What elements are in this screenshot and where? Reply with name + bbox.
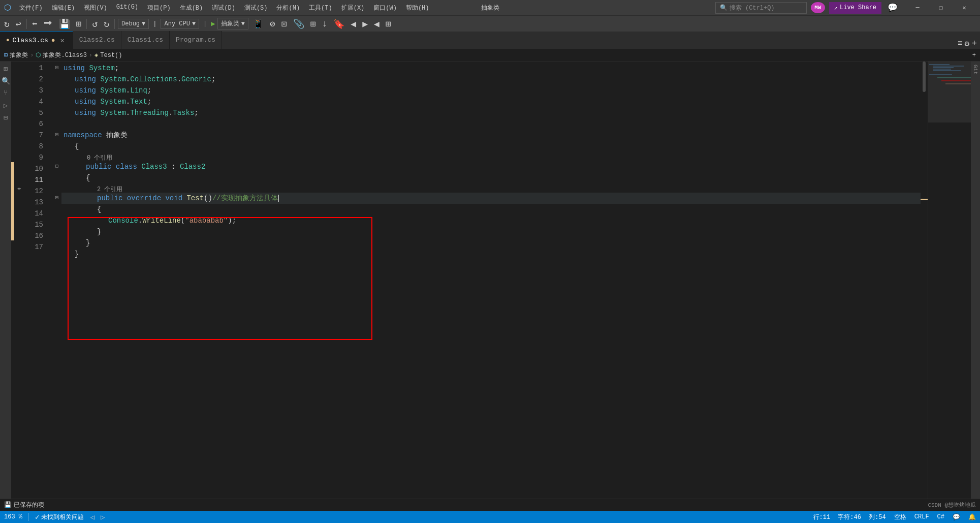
- notification-bar: 💾 已保存的项 CSDN @想吃烤地瓜: [0, 499, 980, 511]
- scroll-indicator: [921, 199, 928, 200]
- toolbar-dots[interactable]: ⊞: [384, 17, 393, 30]
- toolbar-device[interactable]: 📱: [250, 17, 266, 30]
- tab-settings-button[interactable]: ⚙: [965, 39, 970, 49]
- account-button[interactable]: MW: [811, 2, 825, 13]
- status-arrow[interactable]: ◁: [90, 513, 94, 521]
- menu-test[interactable]: 测试(S): [240, 2, 272, 14]
- toolbar-more6[interactable]: ▶: [360, 17, 370, 30]
- code-editor[interactable]: using System; using System.Collections.G…: [61, 61, 921, 499]
- global-search[interactable]: 🔍 搜索 (Ctrl+Q): [715, 2, 807, 14]
- zoom-text: 163 %: [4, 513, 22, 520]
- tab-class1[interactable]: Class1.cs: [121, 31, 170, 49]
- run-button[interactable]: ▶: [211, 19, 215, 28]
- toolbar-bookmark[interactable]: 🔖: [331, 17, 346, 30]
- toolbar-more2[interactable]: ⊡: [279, 17, 289, 30]
- ref-hint-9: 0 个引用: [61, 152, 921, 161]
- platform-dropdown[interactable]: Any CPU ▼: [161, 19, 199, 29]
- menu-view[interactable]: 视图(V): [80, 2, 111, 14]
- activity-debug[interactable]: ▷: [1, 100, 11, 110]
- toolbar-attach[interactable]: 📎: [291, 17, 306, 30]
- search-icon: 🔍: [720, 4, 728, 12]
- toolbar-refresh[interactable]: ↻: [2, 17, 12, 30]
- debug-mode-dropdown[interactable]: Debug ▼: [118, 19, 149, 29]
- save-status: 已保存的项: [14, 501, 44, 509]
- menu-tools[interactable]: 工具(T): [305, 2, 336, 14]
- edit-11-hint: [14, 173, 24, 182]
- no-problems[interactable]: ✓ 未找到相关问题: [35, 513, 84, 521]
- tab-program[interactable]: Program.cs: [170, 31, 222, 49]
- toolbar-more4[interactable]: ↓: [320, 18, 329, 30]
- fold-9-hint: [52, 151, 61, 160]
- edit-11[interactable]: ✏: [14, 182, 24, 194]
- tab-class2[interactable]: Class2.cs: [73, 31, 121, 49]
- bell[interactable]: 🔔: [968, 513, 976, 521]
- menu-git[interactable]: Git(G): [112, 2, 142, 14]
- breadcrumb-class[interactable]: 抽象类.Class3: [43, 51, 86, 59]
- language[interactable]: C#: [937, 513, 944, 521]
- menu-help[interactable]: 帮助(H): [402, 2, 433, 14]
- breadcrumb-method[interactable]: Test(): [100, 52, 122, 59]
- ln-9: 9: [24, 152, 47, 163]
- menu-project[interactable]: 项目(P): [143, 2, 175, 14]
- breadcrumb-expand[interactable]: +: [972, 52, 976, 59]
- minimize-button[interactable]: —: [906, 0, 929, 15]
- fold-11[interactable]: ⊟: [52, 192, 61, 203]
- window-controls: — ❐ ✕: [906, 0, 976, 15]
- tab-class3[interactable]: ● Class3.cs ● ✕: [0, 31, 73, 49]
- git-icon[interactable]: Git: [971, 63, 979, 77]
- tab-class3-close[interactable]: ✕: [58, 36, 67, 44]
- menu-file[interactable]: 文件(F): [15, 2, 47, 14]
- fold-16: [52, 248, 61, 259]
- tab-add-button[interactable]: +: [971, 39, 977, 49]
- line-text: 行:11: [813, 513, 831, 521]
- scrollbar[interactable]: [921, 61, 928, 499]
- menu-extensions[interactable]: 扩展(X): [337, 2, 369, 14]
- activity-explorer[interactable]: ⊞: [1, 64, 11, 74]
- tab-bar-actions: ≡ ⚙ +: [955, 39, 980, 49]
- menu-window[interactable]: 窗口(W): [369, 2, 401, 14]
- ln-10: 10: [24, 163, 47, 174]
- chat-icon[interactable]: 💬: [888, 3, 898, 13]
- toolbar-save-all[interactable]: ⊞: [74, 17, 84, 30]
- encoding[interactable]: CRLF: [914, 513, 929, 521]
- zoom-level[interactable]: 163 %: [4, 513, 22, 520]
- tab-class3-icon: ●: [6, 37, 10, 43]
- fold-9[interactable]: ⊟: [52, 160, 61, 171]
- menu-build[interactable]: 生成(B): [176, 2, 207, 14]
- fold-3: [52, 84, 61, 95]
- live-share-button[interactable]: ↗ Live Share: [829, 2, 881, 14]
- menu-edit[interactable]: 编辑(E): [48, 2, 79, 14]
- toolbar-more7[interactable]: ◀: [372, 17, 382, 30]
- edit-gutter: ✏: [14, 61, 24, 499]
- status-arrow2[interactable]: ▷: [101, 513, 105, 521]
- toolbar-save[interactable]: 💾: [57, 17, 72, 30]
- activity-search[interactable]: 🔍: [1, 76, 11, 86]
- ns-system-2: System: [100, 74, 125, 85]
- fold-4: [52, 95, 61, 106]
- toolbar-more3[interactable]: ⊞: [308, 17, 318, 30]
- fold-7[interactable]: ⊟: [52, 129, 61, 140]
- toolbar-more5[interactable]: ◀: [349, 17, 358, 30]
- toolbar-undo2[interactable]: ↺: [90, 17, 100, 30]
- tab-overflow-button[interactable]: ≡: [958, 39, 963, 48]
- toolbar-fwd[interactable]: ⮕: [42, 17, 55, 30]
- activity-git[interactable]: ⑂: [1, 88, 11, 98]
- spaces[interactable]: 空格: [894, 513, 906, 521]
- activity-extensions[interactable]: ⊟: [1, 112, 11, 122]
- toolbar-back[interactable]: ⬅: [30, 17, 40, 30]
- toolbar-more1[interactable]: ⊘: [268, 17, 277, 30]
- close-button[interactable]: ✕: [953, 0, 976, 15]
- line-info[interactable]: 行:11 字符:46 列:54: [813, 513, 886, 521]
- fold-1[interactable]: ⊟: [52, 61, 61, 73]
- toolbar-undo[interactable]: ↩: [14, 17, 23, 30]
- edit-3: [14, 84, 24, 95]
- project-dropdown[interactable]: 抽象类 ▼: [217, 18, 248, 29]
- feedback[interactable]: 💬: [953, 513, 960, 521]
- breadcrumb-namespace[interactable]: 抽象类: [10, 51, 28, 59]
- maximize-button[interactable]: ❐: [929, 0, 953, 15]
- toolbar-redo[interactable]: ↻: [102, 17, 111, 30]
- menu-analyze[interactable]: 分析(N): [272, 2, 304, 14]
- pencil-icon: ✏: [17, 184, 21, 192]
- scrollbar-thumb[interactable]: [923, 61, 926, 92]
- menu-debug[interactable]: 调试(D): [208, 2, 239, 14]
